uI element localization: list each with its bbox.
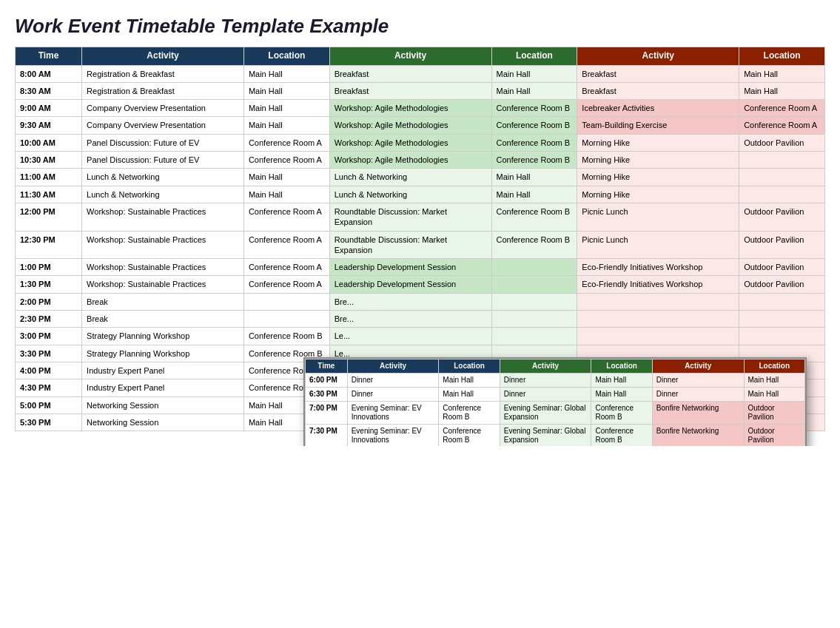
col-header-time: Time bbox=[16, 47, 82, 66]
cell-time: 4:30 PM bbox=[16, 379, 82, 396]
cell-loc3: Outdoor Pavilion bbox=[739, 231, 825, 259]
popup-cell-loc3: Main Hall bbox=[744, 374, 804, 388]
popup-overlay: Time Activity Location Activity Location… bbox=[303, 357, 807, 446]
cell-loc2: Main Hall bbox=[491, 169, 577, 186]
cell-loc1: Conference Room A bbox=[243, 259, 329, 276]
cell-loc2 bbox=[491, 276, 577, 293]
cell-loc3 bbox=[739, 293, 825, 310]
table-row: 10:30 AM Panel Discussion: Future of EV … bbox=[16, 152, 825, 169]
table-row: 12:00 PM Workshop: Sustainable Practices… bbox=[16, 203, 825, 231]
popup-cell-loc1: Main Hall bbox=[439, 388, 500, 402]
popup-col-header-loc2: Location bbox=[591, 359, 652, 374]
cell-loc1: Main Hall bbox=[243, 100, 329, 117]
popup-col-header-act1: Activity bbox=[347, 359, 439, 374]
popup-cell-act2: Dinner bbox=[500, 374, 591, 388]
cell-time: 12:00 PM bbox=[16, 203, 82, 231]
popup-cell-act3: Bonfire Networking bbox=[652, 425, 744, 447]
cell-act3: Morning Hike bbox=[577, 169, 739, 186]
cell-loc2 bbox=[491, 293, 577, 310]
table-row: 2:30 PM Break Bre... bbox=[16, 311, 825, 328]
cell-act3: Picnic Lunch bbox=[577, 203, 739, 231]
cell-act2: Bre... bbox=[329, 293, 491, 310]
cell-time: 11:00 AM bbox=[16, 169, 82, 186]
cell-act1: Panel Discussion: Future of EV bbox=[82, 152, 244, 169]
cell-loc3 bbox=[739, 152, 825, 169]
cell-loc3 bbox=[739, 311, 825, 328]
popup-col-header-loc3: Location bbox=[744, 359, 804, 374]
cell-act3 bbox=[577, 311, 739, 328]
cell-loc1: Main Hall bbox=[243, 65, 329, 82]
cell-act1: Industry Expert Panel bbox=[82, 362, 244, 379]
cell-loc1 bbox=[243, 311, 329, 328]
cell-act2: Workshop: Agile Methodologies bbox=[329, 100, 491, 117]
cell-act1: Lunch & Networking bbox=[82, 186, 244, 203]
cell-loc2: Conference Room B bbox=[491, 231, 577, 259]
cell-act1: Workshop: Sustainable Practices bbox=[82, 259, 244, 276]
cell-act2: Workshop: Agile Methodologies bbox=[329, 117, 491, 134]
cell-loc3: Main Hall bbox=[739, 82, 825, 99]
cell-loc3: Outdoor Pavilion bbox=[739, 276, 825, 293]
page-title: Work Event Timetable Template Example bbox=[15, 15, 825, 38]
cell-loc2 bbox=[491, 328, 577, 345]
cell-loc2: Main Hall bbox=[491, 186, 577, 203]
popup-col-header-act3: Activity bbox=[652, 359, 744, 374]
popup-table: Time Activity Location Activity Location… bbox=[305, 359, 805, 446]
cell-loc2: Main Hall bbox=[491, 65, 577, 82]
cell-act3: Morning Hike bbox=[577, 186, 739, 203]
popup-cell-act2: Evening Seminar: Global Expansion bbox=[500, 425, 591, 447]
popup-cell-loc2: Main Hall bbox=[591, 374, 652, 388]
cell-loc3: Outdoor Pavilion bbox=[739, 259, 825, 276]
cell-loc1: Conference Room A bbox=[243, 276, 329, 293]
cell-act3: Eco-Friendly Initiatives Workshop bbox=[577, 276, 739, 293]
cell-time: 1:00 PM bbox=[16, 259, 82, 276]
cell-act2: Roundtable Discussion: Market Expansion bbox=[329, 203, 491, 231]
popup-col-header-time: Time bbox=[306, 359, 348, 374]
cell-time: 2:00 PM bbox=[16, 293, 82, 310]
popup-cell-loc3: Outdoor Pavilion bbox=[744, 425, 804, 447]
cell-act1: Panel Discussion: Future of EV bbox=[82, 134, 244, 151]
popup-table-row: 6:00 PM Dinner Main Hall Dinner Main Hal… bbox=[306, 374, 805, 388]
cell-act3: Team-Building Exercise bbox=[577, 117, 739, 134]
popup-cell-loc2: Main Hall bbox=[591, 388, 652, 402]
cell-loc3 bbox=[739, 186, 825, 203]
cell-act3: Breakfast bbox=[577, 82, 739, 99]
cell-act1: Workshop: Sustainable Practices bbox=[82, 276, 244, 293]
cell-act1: Registration & Breakfast bbox=[82, 65, 244, 82]
cell-act1: Networking Session bbox=[82, 396, 244, 413]
cell-loc1: Conference Room A bbox=[243, 134, 329, 151]
cell-loc2: Conference Room B bbox=[491, 203, 577, 231]
cell-loc1: Conference Room A bbox=[243, 203, 329, 231]
popup-cell-time: 6:00 PM bbox=[306, 374, 348, 388]
cell-act2: Workshop: Agile Methodologies bbox=[329, 134, 491, 151]
cell-loc3: Outdoor Pavilion bbox=[739, 203, 825, 231]
popup-cell-act1: Evening Seminar: EV Innovations bbox=[347, 402, 439, 425]
header-row: Time Activity Location Activity Location… bbox=[16, 47, 825, 66]
cell-act2: Roundtable Discussion: Market Expansion bbox=[329, 231, 491, 259]
cell-time: 12:30 PM bbox=[16, 231, 82, 259]
cell-act2: Lunch & Networking bbox=[329, 186, 491, 203]
cell-act1: Break bbox=[82, 311, 244, 328]
popup-cell-act1: Dinner bbox=[347, 388, 439, 402]
cell-time: 11:30 AM bbox=[16, 186, 82, 203]
cell-time: 10:00 AM bbox=[16, 134, 82, 151]
cell-act2: Bre... bbox=[329, 311, 491, 328]
cell-loc3: Conference Room A bbox=[739, 100, 825, 117]
cell-time: 8:00 AM bbox=[16, 65, 82, 82]
cell-time: 5:30 PM bbox=[16, 413, 82, 431]
cell-loc2: Conference Room B bbox=[491, 100, 577, 117]
cell-time: 3:30 PM bbox=[16, 345, 82, 362]
cell-time: 5:00 PM bbox=[16, 396, 82, 413]
cell-act2: Leadership Development Session bbox=[329, 276, 491, 293]
cell-act2: Breakfast bbox=[329, 82, 491, 99]
table-row: 11:30 AM Lunch & Networking Main Hall Lu… bbox=[16, 186, 825, 203]
cell-loc1: Conference Room A bbox=[243, 231, 329, 259]
cell-loc1: Main Hall bbox=[243, 82, 329, 99]
table-row: 3:00 PM Strategy Planning Workshop Confe… bbox=[16, 328, 825, 345]
popup-table-row: 7:00 PM Evening Seminar: EV Innovations … bbox=[306, 402, 805, 425]
popup-col-header-act2: Activity bbox=[500, 359, 591, 374]
popup-cell-time: 7:00 PM bbox=[306, 402, 348, 425]
content-wrapper: Time Activity Location Activity Location… bbox=[15, 47, 825, 431]
popup-cell-act1: Evening Seminar: EV Innovations bbox=[347, 425, 439, 447]
cell-loc2 bbox=[491, 311, 577, 328]
cell-loc2: Conference Room B bbox=[491, 134, 577, 151]
